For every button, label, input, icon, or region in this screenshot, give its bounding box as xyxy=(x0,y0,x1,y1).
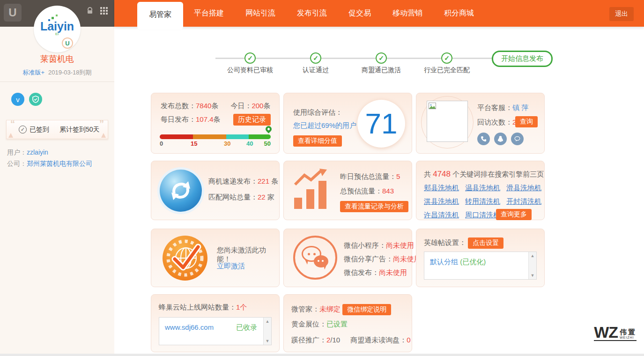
step-label-certified: 认证通过 xyxy=(303,66,329,74)
daily-scale-bar xyxy=(160,134,271,139)
scroll-down-icon[interactable]: ▼ xyxy=(264,339,271,343)
step-label-audit: 公司资料已审核 xyxy=(227,66,273,74)
laiyin-logo: Laiyin El xyxy=(34,20,81,36)
scale-tick: 40 xyxy=(246,140,253,147)
chart-icon xyxy=(293,169,336,212)
phone-icon[interactable] xyxy=(477,133,490,145)
company-link[interactable]: 郑州莱茵机电有限公司 xyxy=(27,160,92,167)
tab-publish-traffic[interactable]: 发布引流 xyxy=(286,8,338,18)
scrollbar[interactable]: ▲ ▼ xyxy=(263,318,271,345)
site-link[interactable]: www.sdj66.com xyxy=(165,323,214,331)
apps-grid-icon[interactable] xyxy=(100,7,108,16)
user-link[interactable]: zzlaiyin xyxy=(27,148,48,156)
plan-expiry: 2019-03-18到期 xyxy=(48,69,92,76)
agent-row: 平台客服：镇 萍 xyxy=(477,104,528,112)
certification-badge-icon xyxy=(162,235,208,283)
qq-icon[interactable] xyxy=(494,133,507,145)
keyword-link[interactable]: 滑县洗地机 xyxy=(506,184,541,193)
logo-pixel xyxy=(56,15,58,16)
biz-dispatch-card: 商机速递发布：221 条 匹配网站总量：22 家 xyxy=(151,161,280,220)
keyword-link[interactable]: 转用清洗机 xyxy=(465,197,500,206)
sidebar: U Laiyin El U 莱茵机电 标准版+2019-03-18到期 v xyxy=(0,0,114,356)
signin-banner[interactable]: ✓ 已签到 累计签到50天 xyxy=(6,120,108,139)
step-check-icon: ✓ xyxy=(244,52,256,64)
contact-icons xyxy=(477,133,524,145)
step-label-activated: 商盟通已激活 xyxy=(362,66,401,74)
activate-now-link[interactable]: 立即激活 xyxy=(217,262,245,271)
micro-manager-card: 微管家：未绑定 微信绑定说明 黄金展位：已设置 蹊径推广：2/10商盟通未读询盘… xyxy=(283,294,412,352)
watermark-cn: 伟置 xyxy=(620,328,637,335)
tab-points-mall[interactable]: 积分商城 xyxy=(433,8,485,18)
tab-mobile-marketing[interactable]: 移动营销 xyxy=(382,8,433,18)
activation-message: 您尚未激活此功能！ xyxy=(217,246,279,264)
history-button[interactable]: 历史记录 xyxy=(233,114,271,126)
score-detail-button[interactable]: 查看详细分值 xyxy=(293,135,342,147)
company-logo-avatar: Laiyin El U xyxy=(34,6,81,52)
weizhi-watermark: WZ 伟置 WEIZHI xyxy=(594,326,637,341)
publish-daily: 每日发布：107.4条 xyxy=(161,115,221,124)
company-row: 公司：郑州莱茵机电有限公司 xyxy=(7,160,92,168)
wechat-card: 微信小程序：尚未使用 微信分享广告：尚未使用 微信发布：尚未使用 xyxy=(283,229,412,287)
tab-ease-manager[interactable]: 易管家 xyxy=(137,2,183,30)
query-button[interactable]: 查询 xyxy=(515,116,538,127)
keyword-link[interactable]: 淇县洗地机 xyxy=(424,197,459,206)
divider xyxy=(0,82,114,82)
lock-icon[interactable] xyxy=(86,7,94,16)
more-keywords-button[interactable]: 查询更多 xyxy=(496,209,532,220)
logout-button[interactable]: 退出 xyxy=(609,7,634,21)
signed-label: 已签到 xyxy=(30,126,49,134)
sync-icon xyxy=(160,170,202,212)
traffic-card: 昨日预估总流量：5 总预估流量：843 查看流量记录与分析 xyxy=(283,161,412,220)
chat-icon[interactable] xyxy=(511,133,524,145)
traffic-yesterday: 昨日预估总流量：5 xyxy=(340,172,400,181)
broken-image-icon xyxy=(429,103,437,110)
score-card: 使用综合评估： 您已超过69%的用户 查看详细分值 71 xyxy=(283,93,412,154)
logo-pixel xyxy=(48,19,50,21)
keyword-link[interactable]: 温县洗地机 xyxy=(465,184,500,193)
tree-decoration xyxy=(101,133,106,138)
step-check-icon: ✓ xyxy=(376,52,387,64)
keyword-link[interactable]: 周口清洗机 xyxy=(465,211,500,220)
hero-post-card: 英雄帖设置： 点击设置 默认分组 (已优化) ▲ ▼ xyxy=(416,229,545,287)
sites-listbox[interactable]: www.sdj66.com 已收录 ▲ ▼ xyxy=(159,317,272,345)
score-label: 使用综合评估： xyxy=(293,108,342,117)
signin-total: 累计签到50天 xyxy=(59,126,100,134)
tab-promote-deal[interactable]: 促交易 xyxy=(338,8,382,18)
scroll-up-icon[interactable]: ▲ xyxy=(529,253,536,258)
scroll-down-icon[interactable]: ▼ xyxy=(529,273,536,278)
keywords-title: 共 4748 个关键词排在搜索引擎前三页 xyxy=(424,170,544,179)
group-item[interactable]: 默认分组 (已优化) xyxy=(430,258,486,267)
scale-pin-icon xyxy=(264,125,273,133)
top-navbar: 易管家 平台搭建 网站引流 发布引流 促交易 移动营销 积分商城 退出 xyxy=(114,0,644,27)
plan-name[interactable]: 标准版+ xyxy=(22,69,44,76)
step-label-matched: 行业已完全匹配 xyxy=(424,66,470,74)
tab-site-traffic[interactable]: 网站引流 xyxy=(235,8,286,18)
keyword-link[interactable]: 许昌清洗机 xyxy=(424,211,459,220)
scale-tick: 15 xyxy=(191,140,197,147)
wechat-row: 微信发布：尚未使用 xyxy=(344,268,407,277)
scale-tick: 0 xyxy=(160,140,163,147)
site-status: 已收录 xyxy=(236,323,257,332)
user-label: 用户： xyxy=(7,148,27,156)
scroll-up-icon[interactable]: ▲ xyxy=(264,319,271,324)
scale-tick: 30 xyxy=(224,140,230,147)
publish-totals: 发布总数：7840条今日：200条 xyxy=(161,102,270,111)
gold-booth-row: 黄金展位：已设置 xyxy=(291,320,348,329)
scrollbar[interactable]: ▲ ▼ xyxy=(528,252,536,279)
main-content: ✓ ✓ ✓ ✓ 公司资料已审核 认证通过 商盟通已激活 行业已完全匹配 开始信息… xyxy=(114,27,644,356)
hero-set-button[interactable]: 点击设置 xyxy=(468,237,503,249)
tab-platform-build[interactable]: 平台搭建 xyxy=(183,8,235,18)
traffic-analysis-button[interactable]: 查看流量记录与分析 xyxy=(340,201,408,212)
company-label: 公司： xyxy=(7,160,27,167)
company-short-name: 莱茵机电 xyxy=(0,53,114,65)
biz-line2: 匹配网站总量：22 家 xyxy=(208,193,274,202)
wechat-bind-help-button[interactable]: 微信绑定说明 xyxy=(342,304,391,315)
agent-photo-placeholder xyxy=(427,101,468,142)
start-publishing-button[interactable]: 开始信息发布 xyxy=(492,51,553,67)
app-logo-icon[interactable]: U xyxy=(4,4,22,22)
score-compare: 您已超过69%的用户 xyxy=(293,121,356,130)
keyword-link[interactable]: 郏县洗地机 xyxy=(424,184,459,193)
hero-group-listbox[interactable]: 默认分组 (已优化) ▲ ▼ xyxy=(424,252,537,280)
keyword-link[interactable]: 开封清洗机 xyxy=(506,197,541,206)
service-card: 平台客服：镇 萍 回访次数：2次 查询 xyxy=(416,93,545,154)
